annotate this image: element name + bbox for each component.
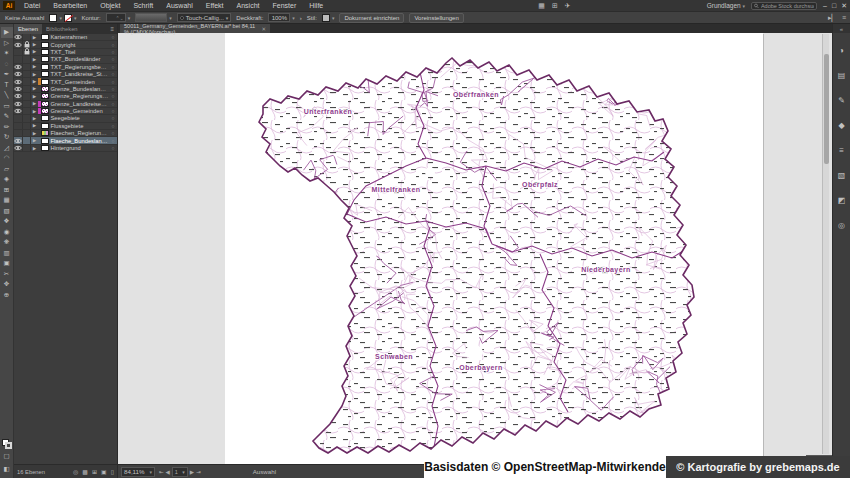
- target-circle-icon[interactable]: ○: [109, 108, 117, 114]
- visibility-toggle-icon[interactable]: [14, 130, 23, 136]
- menu-bearbeiten[interactable]: Bearbeiten: [53, 2, 87, 9]
- menu-fenster[interactable]: Fenster: [273, 2, 297, 9]
- layer-row-txt-bundesl-nder[interactable]: ▶TXT_Bundesländer○: [14, 56, 117, 63]
- type-tool[interactable]: T: [1, 80, 13, 91]
- new-sublayer-icon[interactable]: ⊞: [92, 468, 97, 475]
- layer-row-txt-landkreise-stadtkreise[interactable]: ▶TXT_Landkreise_Stadtkreise○: [14, 71, 117, 78]
- column-graph-tool[interactable]: ▥: [1, 248, 13, 259]
- target-circle-icon[interactable]: ○: [109, 123, 117, 129]
- preferences-button[interactable]: Voreinstellungen: [409, 13, 463, 23]
- menu-effekt[interactable]: Effekt: [206, 2, 224, 9]
- tab-close-icon[interactable]: ✕: [261, 26, 266, 32]
- visibility-toggle-icon[interactable]: [14, 56, 23, 62]
- chevron-down-icon[interactable]: ▾: [128, 15, 131, 21]
- lock-toggle-icon[interactable]: [23, 101, 31, 107]
- visibility-toggle-icon[interactable]: [14, 101, 23, 107]
- minimize-button[interactable]: –: [823, 2, 827, 10]
- vertical-scrollbar-thumb[interactable]: [824, 54, 829, 164]
- layer-row-grenze-gemeinden[interactable]: ▶Grenze_Gemeinden○: [14, 108, 117, 115]
- disclosure-triangle-icon[interactable]: ▶: [31, 57, 38, 62]
- target-circle-icon[interactable]: ○: [109, 56, 117, 62]
- disclosure-triangle-icon[interactable]: ▶: [31, 101, 38, 106]
- slice-tool[interactable]: ✂: [1, 269, 13, 280]
- rotate-tool[interactable]: ↻: [1, 132, 13, 143]
- menu-schrift[interactable]: Schrift: [133, 2, 153, 9]
- layer-row-grenze-regierungsbezirke-verl-[interactable]: ▶Grenze_Regierungsbezirke_verl…○: [14, 93, 117, 100]
- vertical-scrollbar[interactable]: [822, 34, 829, 454]
- direct-selection-tool[interactable]: ▷: [1, 38, 13, 49]
- lock-toggle-icon[interactable]: [23, 145, 31, 151]
- document-canvas[interactable]: 50011_Germany_Gemeinden_BAYERN.ai* bei 8…: [118, 24, 850, 464]
- chevron-down-icon[interactable]: ▾: [59, 15, 62, 21]
- tab-ebenen[interactable]: Ebenen: [14, 24, 42, 34]
- visibility-toggle-icon[interactable]: [14, 64, 23, 70]
- disclosure-triangle-icon[interactable]: ▶: [31, 42, 38, 47]
- lock-toggle-icon[interactable]: [23, 71, 31, 77]
- dock-collapse-icon[interactable]: «: [833, 24, 850, 33]
- chevron-down-icon[interactable]: ▾: [292, 15, 295, 21]
- tab-bibliotheken[interactable]: Bibliotheken: [42, 24, 82, 34]
- target-circle-icon[interactable]: ○: [109, 115, 117, 121]
- lock-toggle-icon[interactable]: [23, 56, 31, 62]
- chevron-down-icon[interactable]: ▾: [332, 15, 335, 21]
- menu-datei[interactable]: Datei: [24, 2, 40, 9]
- target-circle-icon[interactable]: ○: [109, 138, 117, 144]
- fill-color-swatch[interactable]: [49, 14, 57, 22]
- target-circle-icon[interactable]: ○: [109, 93, 117, 99]
- selection-tool[interactable]: ▶: [1, 27, 13, 38]
- layer-row-txt-gemeinden[interactable]: ▶TXT_Gemeinden○: [14, 78, 117, 85]
- target-circle-icon[interactable]: ○: [109, 42, 117, 48]
- magic-wand-tool[interactable]: ✶: [1, 48, 13, 59]
- layer-row-flussgebiete[interactable]: ▶Flussgebiete○: [14, 123, 117, 130]
- visibility-toggle-icon[interactable]: [14, 71, 23, 77]
- document-setup-button[interactable]: Dokument einrichten: [339, 13, 404, 23]
- disclosure-triangle-icon[interactable]: ▶: [31, 79, 38, 84]
- target-circle-icon[interactable]: ○: [109, 34, 117, 40]
- layer-row-flaechen-regierungsbezirke-m-[interactable]: ▶Flaechen_Regierungsbezirke_m…○: [14, 130, 117, 137]
- arrange-documents-icon[interactable]: ▦: [538, 2, 545, 10]
- stroke-panel-icon[interactable]: ≡: [834, 143, 850, 158]
- next-artboard-icon[interactable]: ▶: [190, 469, 194, 475]
- symbol-sprayer-tool[interactable]: ❋: [1, 237, 13, 248]
- pencil-tool[interactable]: ✏: [1, 122, 13, 133]
- target-circle-icon[interactable]: ○: [109, 145, 117, 151]
- opacity-value[interactable]: 100%: [268, 13, 290, 22]
- lock-toggle-icon[interactable]: [23, 64, 31, 70]
- stroke-weight-stepper[interactable]: ⌃⌄: [106, 13, 126, 22]
- blend-tool[interactable]: ◉: [1, 227, 13, 238]
- prev-artboard-icon[interactable]: ◀: [166, 469, 170, 475]
- restore-button[interactable]: □: [832, 2, 836, 10]
- target-circle-icon[interactable]: ○: [109, 64, 117, 70]
- document-layout-icon[interactable]: ⊞: [552, 2, 558, 10]
- visibility-toggle-icon[interactable]: [14, 34, 23, 40]
- close-button[interactable]: ✕: [841, 2, 847, 10]
- lock-toggle-icon[interactable]: [23, 130, 31, 136]
- lasso-tool[interactable]: ◌: [1, 59, 13, 70]
- stock-search-input[interactable]: Adobe Stock durchsuchen: [751, 2, 817, 10]
- symbols-panel-icon[interactable]: ◆: [834, 118, 850, 133]
- layer-row-flaeche-bundesland-verlegt[interactable]: ▶Flaeche_Bundesland_verlegt○: [14, 137, 117, 144]
- visibility-toggle-icon[interactable]: [14, 49, 23, 55]
- line-segment-tool[interactable]: ╲: [1, 90, 13, 101]
- lock-toggle-icon[interactable]: [23, 34, 31, 40]
- disclosure-triangle-icon[interactable]: ▶: [31, 64, 38, 69]
- screen-mode-icon[interactable]: ◧: [1, 464, 13, 475]
- zoom-tool[interactable]: ⊕: [1, 290, 13, 301]
- target-circle-icon[interactable]: ○: [109, 49, 117, 55]
- locate-object-icon[interactable]: ◎: [73, 468, 78, 475]
- make-clipping-mask-icon[interactable]: ▩: [82, 468, 88, 475]
- width-tool[interactable]: ◠: [1, 153, 13, 164]
- delete-layer-icon[interactable]: ▯: [111, 468, 114, 475]
- transparency-panel-icon[interactable]: ◩: [834, 193, 850, 208]
- menu-ansicht[interactable]: Ansicht: [237, 2, 260, 9]
- disclosure-triangle-icon[interactable]: ▶: [31, 94, 38, 99]
- lock-toggle-icon[interactable]: [23, 49, 31, 55]
- chevron-down-icon[interactable]: ▾: [169, 15, 172, 21]
- swatches-panel-icon[interactable]: ▤: [834, 68, 850, 83]
- visibility-toggle-icon[interactable]: [14, 93, 23, 99]
- layer-row-txt-titel[interactable]: ▶TXT_Titel○: [14, 49, 117, 56]
- stroke-color-swatch[interactable]: [64, 14, 72, 22]
- disclosure-triangle-icon[interactable]: ▶: [31, 138, 38, 143]
- color-panel-icon[interactable]: ◑: [834, 43, 850, 58]
- visibility-toggle-icon[interactable]: [14, 41, 23, 47]
